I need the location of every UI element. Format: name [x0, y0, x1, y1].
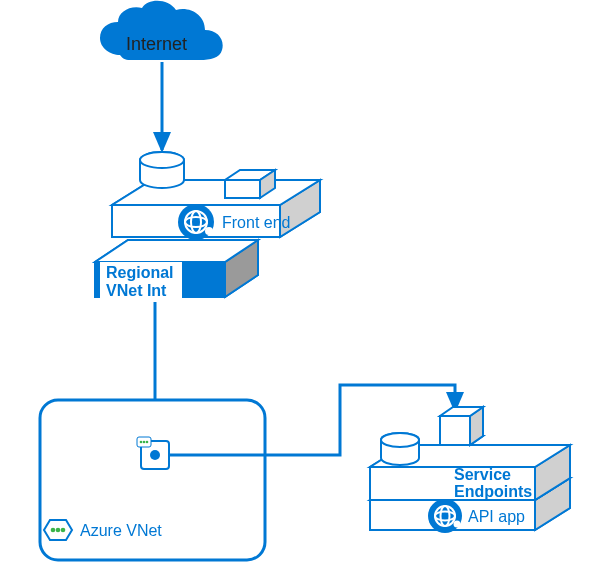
svg-point-1	[140, 152, 184, 168]
svg-point-10	[150, 450, 160, 460]
globe-app-icon	[178, 204, 214, 240]
service-endpoints-label-1: Service	[454, 466, 511, 483]
cube-decor	[225, 170, 275, 198]
svg-point-12	[140, 441, 143, 444]
architecture-diagram: Internet Front end	[0, 0, 600, 583]
cylinder-decor	[140, 152, 184, 188]
api-app-node: Service Endpoints API app	[370, 407, 570, 533]
vnet-int-node: Regional VNet Int	[95, 240, 258, 302]
azure-vnet-label: Azure VNet	[80, 522, 162, 539]
svg-point-6	[205, 227, 213, 235]
vnet-endpoint	[137, 437, 169, 469]
api-app-label: API app	[468, 508, 525, 525]
svg-point-17	[61, 528, 66, 533]
service-endpoints-label-2: Endpoints	[454, 483, 532, 500]
svg-point-19	[381, 433, 419, 447]
cylinder-decor-api	[381, 433, 419, 465]
svg-point-20	[428, 499, 462, 533]
vnet-int-label-2: VNet Int	[106, 282, 167, 299]
svg-point-24	[454, 521, 461, 528]
svg-point-13	[143, 441, 146, 444]
vnet-int-label-1: Regional	[106, 264, 174, 281]
svg-point-15	[51, 528, 56, 533]
internet-node: Internet	[100, 1, 223, 60]
svg-point-14	[146, 441, 149, 444]
cube-decor-api	[440, 407, 483, 445]
svg-point-16	[56, 528, 61, 533]
internet-label: Internet	[126, 34, 187, 54]
globe-app-icon	[428, 499, 462, 533]
front-end-node: Front end	[112, 152, 320, 240]
front-end-label: Front end	[222, 214, 290, 231]
azure-vnet-node: Azure VNet	[40, 400, 265, 560]
